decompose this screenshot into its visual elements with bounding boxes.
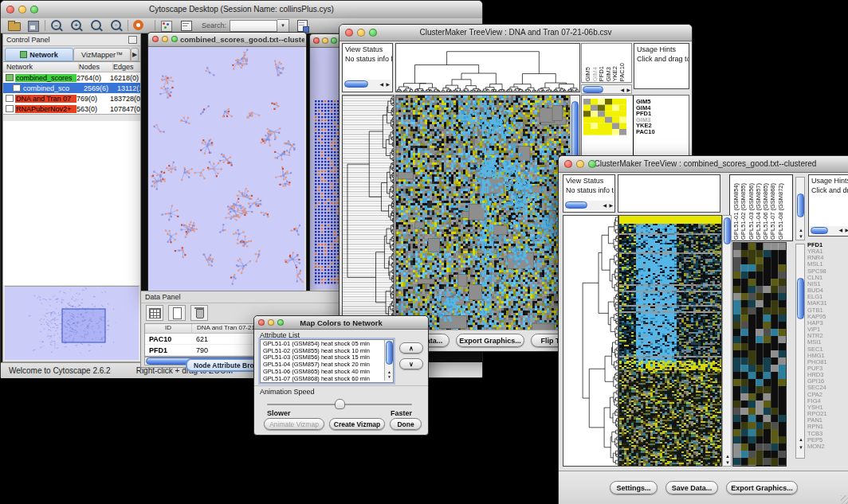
- network-row[interactable]: RNAPuberNov2+ 563(0) 107847(0): [3, 104, 140, 114]
- slower-label: Slower: [267, 409, 291, 417]
- col-id[interactable]: ID: [145, 324, 192, 333]
- network-item-icon: [6, 74, 14, 81]
- attribute-select-icon[interactable]: [146, 305, 163, 321]
- tv2-row-dendrogram[interactable]: [563, 215, 618, 467]
- tv1-row-dendrogram[interactable]: [342, 95, 395, 330]
- network-row[interactable]: combined_scores 2764(0) 16218(0): [3, 72, 140, 83]
- tv2-export-graphics-button[interactable]: Export Graphics...: [726, 481, 798, 494]
- tv1-zoom-matrix[interactable]: [583, 99, 626, 135]
- zoom-icon[interactable]: [369, 29, 377, 37]
- minimize-icon[interactable]: [357, 29, 365, 37]
- network-frame-1[interactable]: combined_scores_good.txt--cluste...: [147, 32, 307, 292]
- treeview2-title: ClusterMaker TreeView : combined_scores_…: [559, 159, 848, 168]
- move-up-button[interactable]: ∧: [399, 342, 423, 354]
- network-list: combined_scores 2764(0) 16218(0) combine…: [3, 72, 140, 114]
- tv1-status-scrollbar[interactable]: ◀▶: [344, 80, 391, 90]
- control-panel: Control Panel Network VizMapper™ ▶ Netwo…: [2, 33, 141, 362]
- zoom-out-icon[interactable]: –: [49, 19, 64, 32]
- tv2-status-scrollbar[interactable]: ◀▶: [564, 201, 614, 210]
- network-overview[interactable]: [5, 286, 139, 360]
- search-dropdown-button[interactable]: ▼: [277, 19, 289, 33]
- animate-vizmap-button[interactable]: Animate Vizmap: [264, 418, 324, 430]
- zoom-icon[interactable]: [171, 36, 178, 42]
- zoom-icon[interactable]: [30, 6, 38, 14]
- tab-vizmapper[interactable]: VizMapper™: [73, 48, 131, 61]
- network-tab-icon: [20, 51, 27, 58]
- array-col-label: GPL51-01 (GSM854): [732, 183, 740, 240]
- row-id: PFD1: [145, 346, 191, 354]
- resize-grip[interactable]: [841, 495, 848, 504]
- zoom-in-icon[interactable]: +: [69, 19, 84, 32]
- col-network[interactable]: Network: [3, 63, 79, 71]
- search-input[interactable]: [230, 20, 277, 32]
- help-lifebuoy-icon[interactable]: [132, 19, 147, 32]
- window-controls[interactable]: [6, 6, 38, 14]
- attribute-listbox[interactable]: GPL51-01 (GSM854) heat shock 05 minGPL51…: [260, 339, 394, 383]
- network-row[interactable]: combined_sco 2569(6) 13112(15): [3, 83, 140, 93]
- network-tree-empty: [3, 121, 140, 285]
- tv2-top-vscrollbar[interactable]: ▲▼: [795, 177, 805, 240]
- zoom-icon[interactable]: [331, 37, 337, 44]
- toolbar-separator: [45, 20, 45, 31]
- zoom-icon[interactable]: [277, 319, 284, 326]
- tv2-settings-button[interactable]: Settings...: [610, 481, 658, 494]
- move-down-button[interactable]: ∨: [399, 358, 423, 369]
- main-titlebar[interactable]: Cytoscape Desktop (Session Name: collins…: [1, 1, 482, 19]
- vizmapper-icon[interactable]: [159, 19, 174, 32]
- annotation-icon[interactable]: [179, 19, 194, 32]
- tv1-zoom-hscrollbar[interactable]: ◀▶: [581, 84, 632, 94]
- zoom-selected-icon[interactable]: ▫: [109, 19, 124, 32]
- tv2-save-data-button[interactable]: Save Data...: [665, 481, 718, 494]
- array-col-label: GPL51-04 (GSM857): [755, 183, 762, 240]
- close-icon[interactable]: [258, 319, 265, 326]
- minimize-icon[interactable]: [18, 6, 26, 14]
- delete-attribute-icon[interactable]: [190, 305, 208, 321]
- animation-speed-slider[interactable]: [267, 399, 412, 410]
- network-canvas[interactable]: [148, 47, 304, 291]
- new-attribute-icon[interactable]: [168, 305, 186, 321]
- close-icon[interactable]: [564, 160, 572, 168]
- close-icon[interactable]: [152, 36, 159, 42]
- tab-overflow-arrow[interactable]: ▶: [131, 48, 139, 61]
- tv2-gene-vscrollbar[interactable]: ▲▼: [795, 244, 805, 459]
- status-welcome: Welcome to Cytoscape 2.6.2: [9, 366, 111, 375]
- attribute-browser-icon[interactable]: [296, 19, 310, 32]
- minimize-icon[interactable]: [576, 160, 584, 168]
- tv1-heatmap[interactable]: ▲▼: [395, 95, 580, 330]
- network-name: combined_sco: [22, 84, 84, 92]
- close-icon[interactable]: [6, 6, 14, 14]
- tv1-column-dendrogram[interactable]: [395, 43, 580, 92]
- tv2-heatmap[interactable]: [618, 215, 722, 467]
- tv2-zoom-heatmap[interactable]: [732, 242, 787, 467]
- zoom-icon[interactable]: [588, 160, 596, 168]
- minimize-icon[interactable]: [268, 319, 274, 326]
- tv1-export-graphics-button[interactable]: Export Graphics...: [456, 334, 524, 347]
- gene-label: PAC10: [636, 129, 684, 135]
- tv2-heatmap-vscrollbar[interactable]: ▲▼: [722, 215, 732, 467]
- network-edges: 16218(0): [110, 74, 140, 82]
- network-name: DNA and Tran 07: [15, 95, 77, 103]
- listbox-vscrollbar[interactable]: ▲▼: [384, 340, 393, 381]
- network-name: RNAPuberNov2+: [15, 105, 77, 113]
- float-panel-icon[interactable]: [128, 36, 137, 44]
- open-file-icon[interactable]: [7, 19, 22, 32]
- slider-handle[interactable]: [335, 399, 345, 409]
- tab-network[interactable]: Network: [5, 48, 73, 61]
- minimize-icon[interactable]: [322, 37, 328, 44]
- done-button[interactable]: Done: [390, 418, 422, 430]
- save-icon[interactable]: [26, 19, 41, 32]
- minimize-icon[interactable]: [162, 36, 168, 42]
- col-edges[interactable]: Edges: [113, 63, 140, 71]
- close-icon[interactable]: [313, 37, 320, 44]
- attribute-list-label: Attribute List: [260, 331, 300, 339]
- zoom-fit-icon[interactable]: [89, 19, 104, 32]
- create-vizmap-button[interactable]: Create Vizmap: [329, 418, 385, 430]
- matrix-col-label: PAC10: [619, 63, 626, 81]
- col-nodes[interactable]: Nodes: [79, 63, 113, 71]
- attribute-list-item[interactable]: GPL51-07 (GSM868) heat shock 60 min: [263, 376, 393, 383]
- close-icon[interactable]: [345, 29, 353, 37]
- main-window-title: Cytoscape Desktop (Session Name: collins…: [1, 5, 482, 14]
- tv2-column-dendrogram[interactable]: [618, 174, 720, 213]
- network-row[interactable]: DNA and Tran 07 769(0) 183728(0): [3, 93, 140, 104]
- tv2-hints-scrollbar[interactable]: ◀▶: [810, 226, 848, 235]
